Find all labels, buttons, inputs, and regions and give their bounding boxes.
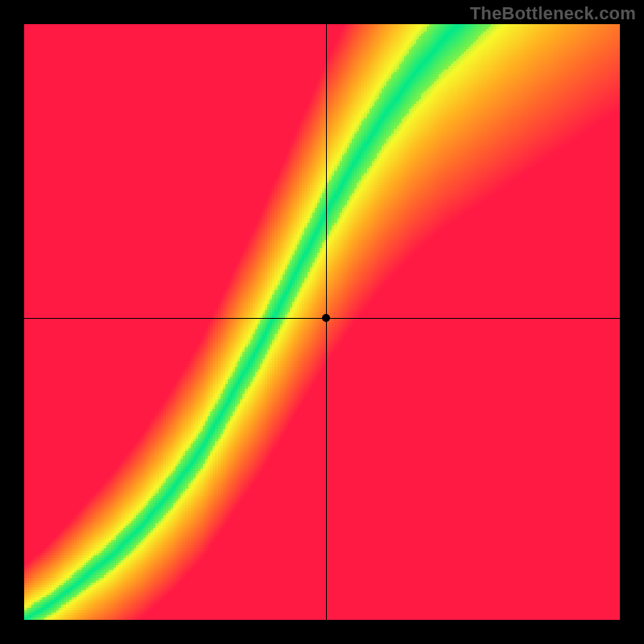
crosshair-vertical bbox=[326, 24, 327, 620]
marker-dot bbox=[322, 314, 330, 322]
heatmap-plot bbox=[24, 24, 620, 620]
heatmap-canvas bbox=[24, 24, 620, 620]
watermark-text: TheBottleneck.com bbox=[470, 3, 636, 24]
